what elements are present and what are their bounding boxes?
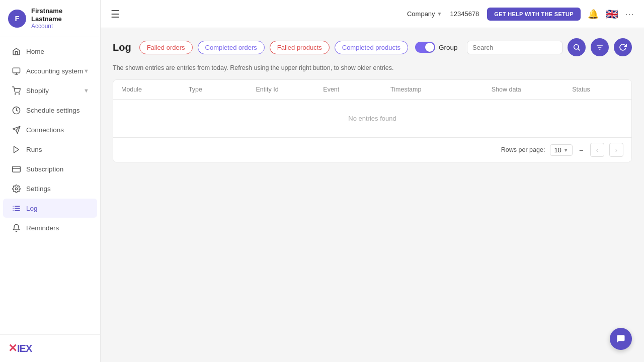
svg-marker-8 — [14, 146, 19, 153]
col-status: Status — [564, 80, 631, 99]
company-id: 12345678 — [450, 10, 479, 18]
bell-icon[interactable]: 🔔 — [588, 9, 599, 20]
log-table: Module Type Entity Id Event Timestamp Sh… — [113, 79, 632, 162]
sidebar-item-label: Schedule settings — [26, 107, 80, 114]
search-input[interactable] — [472, 44, 557, 51]
schedule-icon — [11, 105, 21, 115]
group-toggle[interactable]: Group — [415, 42, 458, 53]
topbar: ☰ Company ▼ 12345678 GET HELP WITH THE S… — [101, 0, 644, 28]
shopify-icon — [11, 85, 21, 96]
sidebar-logo: ✕ IEX — [0, 334, 100, 362]
sidebar-item-log[interactable]: Log — [3, 199, 97, 218]
runs-icon — [11, 144, 21, 154]
search-button[interactable] — [568, 38, 586, 56]
company-label: Company — [407, 10, 435, 18]
flag-icon[interactable]: 🇬🇧 — [605, 10, 619, 19]
svg-point-3 — [15, 94, 15, 94]
filter-button[interactable] — [591, 38, 609, 56]
sidebar-item-label: Connections — [26, 126, 64, 134]
table-header: Module Type Entity Id Event Timestamp Sh… — [113, 80, 631, 100]
col-timestamp: Timestamp — [382, 80, 484, 99]
user-account[interactable]: Account — [31, 23, 92, 30]
sidebar-item-label: Log — [26, 205, 38, 212]
logo-icon: ✕ — [8, 342, 17, 355]
avatar: F — [8, 10, 26, 28]
reminders-icon — [11, 223, 21, 233]
sidebar-item-settings[interactable]: Settings — [3, 179, 97, 198]
prev-page-button[interactable]: ‹ — [590, 143, 604, 157]
rows-per-page-value: 10 — [554, 146, 561, 154]
accounting-icon — [11, 66, 21, 76]
search-icon — [573, 43, 581, 51]
user-name: Firstname Lastname — [31, 7, 92, 23]
pagination-bar: Rows per page: 10 ▼ – ‹ › — [113, 137, 631, 162]
more-options-icon[interactable]: ⋯ — [625, 9, 634, 20]
sidebar-item-label: Subscription — [26, 165, 63, 173]
chevron-icon: ▼ — [84, 68, 89, 74]
sidebar-item-schedule[interactable]: Schedule settings — [3, 101, 97, 120]
refresh-icon — [619, 43, 627, 51]
svg-point-11 — [15, 188, 17, 190]
filter-completed-orders[interactable]: Completed orders — [198, 41, 265, 54]
logo-text: IEX — [17, 343, 32, 354]
sidebar-item-accounting[interactable]: Accounting system ▼ — [3, 61, 97, 80]
settings-icon — [11, 184, 21, 194]
svg-line-19 — [578, 49, 580, 50]
sidebar-item-connections[interactable]: Connections — [3, 120, 97, 139]
col-type: Type — [181, 80, 248, 99]
svg-rect-0 — [13, 68, 20, 73]
chat-icon — [616, 334, 626, 344]
chat-bubble[interactable] — [610, 328, 632, 350]
sidebar-item-label: Reminders — [26, 224, 59, 232]
sidebar-item-home[interactable]: Home — [3, 42, 97, 61]
col-entity-id: Entity Id — [248, 80, 315, 99]
log-icon — [11, 203, 21, 213]
rows-per-page-select[interactable]: 10 ▼ — [550, 144, 572, 156]
sidebar: F Firstname Lastname Account Home Accoun… — [0, 0, 101, 362]
refresh-button[interactable] — [614, 38, 632, 56]
toggle-thumb — [425, 43, 434, 52]
connections-icon — [11, 125, 21, 135]
chevron-icon: ▼ — [84, 87, 89, 94]
filter-icon — [596, 43, 604, 51]
subscription-icon — [11, 164, 21, 174]
company-selector[interactable]: Company ▼ — [407, 10, 442, 18]
filter-failed-orders[interactable]: Failed orders — [139, 41, 193, 54]
sidebar-item-label: Runs — [26, 146, 42, 153]
info-text: The shown entries are entries from today… — [113, 64, 632, 71]
sidebar-item-label: Shopify — [26, 87, 49, 95]
help-button[interactable]: GET HELP WITH THE SETUP — [487, 8, 581, 21]
toggle-track[interactable] — [415, 42, 435, 53]
col-module: Module — [113, 80, 181, 99]
rows-per-page-label: Rows per page: — [501, 146, 545, 153]
next-page-button[interactable]: › — [609, 143, 623, 157]
sidebar-item-label: Settings — [26, 185, 51, 193]
col-show-data: Show data — [484, 80, 565, 99]
log-header: Log Failed orders Completed orders Faile… — [113, 38, 632, 56]
menu-icon[interactable]: ☰ — [111, 8, 120, 20]
svg-point-4 — [19, 94, 19, 94]
company-chevron-icon: ▼ — [437, 11, 442, 17]
table-empty-state: No entries found — [113, 100, 631, 137]
filter-completed-products[interactable]: Completed products — [335, 41, 408, 54]
page-title: Log — [113, 42, 131, 53]
main-area: ☰ Company ▼ 12345678 GET HELP WITH THE S… — [101, 0, 644, 362]
content-area: Log Failed orders Completed orders Faile… — [101, 28, 644, 362]
rows-per-page-chevron-icon: ▼ — [564, 147, 569, 153]
svg-rect-9 — [12, 166, 20, 172]
sidebar-item-label: Home — [26, 48, 44, 55]
sidebar-item-runs[interactable]: Runs — [3, 140, 97, 159]
page-info: – — [580, 146, 583, 154]
sidebar-item-reminders[interactable]: Reminders — [3, 218, 97, 237]
sidebar-header: F Firstname Lastname Account — [0, 0, 100, 37]
filter-failed-products[interactable]: Failed products — [270, 41, 330, 54]
group-label: Group — [439, 44, 458, 51]
sidebar-item-label: Accounting system — [26, 67, 83, 75]
sidebar-item-subscription[interactable]: Subscription — [3, 159, 97, 178]
col-event: Event — [315, 80, 382, 99]
search-box[interactable] — [467, 41, 562, 54]
sidebar-nav: Home Accounting system ▼ Shopify ▼ Sched… — [0, 37, 100, 334]
sidebar-item-shopify[interactable]: Shopify ▼ — [3, 81, 97, 100]
home-icon — [11, 46, 21, 56]
